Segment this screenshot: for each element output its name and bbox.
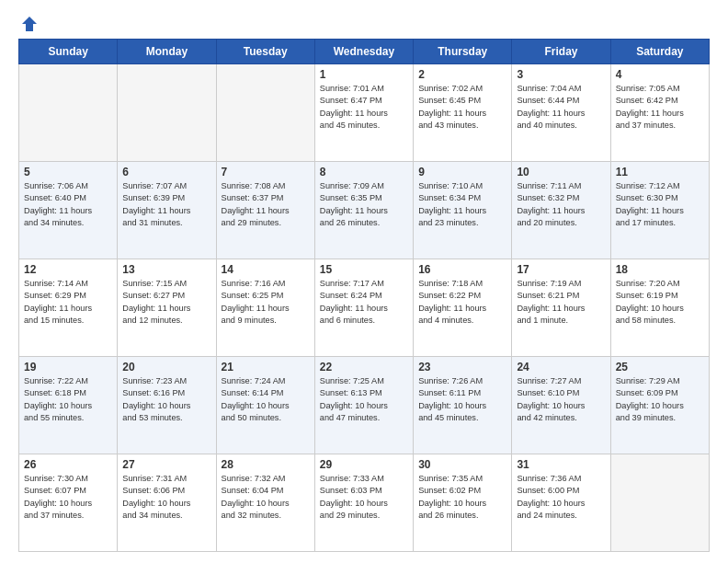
calendar-cell: 8Sunrise: 7:09 AM Sunset: 6:35 PM Daylig…	[314, 162, 413, 259]
day-info: Sunrise: 7:15 AM Sunset: 6:27 PM Dayligh…	[122, 278, 210, 327]
day-number: 16	[418, 263, 506, 276]
calendar-week-3: 12Sunrise: 7:14 AM Sunset: 6:29 PM Dayli…	[19, 259, 710, 357]
calendar-cell: 26Sunrise: 7:30 AM Sunset: 6:07 PM Dayli…	[19, 454, 118, 552]
day-info: Sunrise: 7:33 AM Sunset: 6:03 PM Dayligh…	[320, 473, 408, 522]
day-info: Sunrise: 7:27 AM Sunset: 6:10 PM Dayligh…	[517, 375, 605, 424]
day-info: Sunrise: 7:23 AM Sunset: 6:16 PM Dayligh…	[122, 375, 210, 424]
day-number: 8	[320, 166, 408, 178]
day-number: 23	[418, 361, 506, 373]
calendar-cell: 16Sunrise: 7:18 AM Sunset: 6:22 PM Dayli…	[414, 259, 512, 357]
day-info: Sunrise: 7:36 AM Sunset: 6:00 PM Dayligh…	[517, 473, 605, 522]
calendar-cell: 10Sunrise: 7:11 AM Sunset: 6:32 PM Dayli…	[512, 162, 610, 259]
day-number: 20	[122, 361, 210, 373]
calendar-cell: 12Sunrise: 7:14 AM Sunset: 6:29 PM Dayli…	[19, 259, 118, 357]
day-number: 26	[24, 458, 112, 471]
day-number: 10	[517, 166, 605, 178]
logo-icon	[20, 15, 39, 33]
day-info: Sunrise: 7:31 AM Sunset: 6:06 PM Dayligh…	[122, 473, 210, 522]
day-info: Sunrise: 7:10 AM Sunset: 6:34 PM Dayligh…	[418, 180, 506, 229]
day-info: Sunrise: 7:16 AM Sunset: 6:25 PM Dayligh…	[222, 278, 310, 327]
day-info: Sunrise: 7:20 AM Sunset: 6:19 PM Dayligh…	[616, 278, 704, 327]
calendar-week-1: 1Sunrise: 7:01 AM Sunset: 6:47 PM Daylig…	[19, 64, 710, 162]
day-info: Sunrise: 7:04 AM Sunset: 6:44 PM Dayligh…	[517, 83, 605, 132]
day-number: 11	[616, 166, 704, 178]
calendar-cell: 3Sunrise: 7:04 AM Sunset: 6:44 PM Daylig…	[512, 64, 610, 162]
weekday-header-row: SundayMondayTuesdayWednesdayThursdayFrid…	[19, 40, 710, 64]
calendar-table: SundayMondayTuesdayWednesdayThursdayFrid…	[18, 39, 710, 552]
calendar-cell	[118, 64, 216, 162]
day-info: Sunrise: 7:32 AM Sunset: 6:04 PM Dayligh…	[222, 473, 310, 522]
weekday-header-friday: Friday	[512, 40, 610, 64]
day-number: 24	[517, 361, 605, 373]
calendar-cell: 13Sunrise: 7:15 AM Sunset: 6:27 PM Dayli…	[118, 259, 216, 357]
calendar-cell: 15Sunrise: 7:17 AM Sunset: 6:24 PM Dayli…	[314, 259, 413, 357]
day-number: 31	[517, 458, 605, 471]
weekday-header-sunday: Sunday	[19, 40, 118, 64]
day-info: Sunrise: 7:25 AM Sunset: 6:13 PM Dayligh…	[320, 375, 408, 424]
day-number: 30	[418, 458, 506, 471]
calendar-cell: 31Sunrise: 7:36 AM Sunset: 6:00 PM Dayli…	[512, 454, 610, 552]
calendar-cell: 27Sunrise: 7:31 AM Sunset: 6:06 PM Dayli…	[118, 454, 216, 552]
logo	[18, 15, 39, 29]
weekday-header-monday: Monday	[118, 40, 216, 64]
calendar-cell: 30Sunrise: 7:35 AM Sunset: 6:02 PM Dayli…	[414, 454, 512, 552]
calendar-cell: 11Sunrise: 7:12 AM Sunset: 6:30 PM Dayli…	[610, 162, 709, 259]
day-number: 2	[418, 68, 506, 81]
calendar-cell: 28Sunrise: 7:32 AM Sunset: 6:04 PM Dayli…	[216, 454, 314, 552]
day-info: Sunrise: 7:17 AM Sunset: 6:24 PM Dayligh…	[320, 278, 408, 327]
calendar-cell: 5Sunrise: 7:06 AM Sunset: 6:40 PM Daylig…	[19, 162, 118, 259]
svg-marker-0	[22, 17, 37, 31]
calendar-cell: 23Sunrise: 7:26 AM Sunset: 6:11 PM Dayli…	[414, 357, 512, 454]
day-info: Sunrise: 7:12 AM Sunset: 6:30 PM Dayligh…	[616, 180, 704, 229]
weekday-header-wednesday: Wednesday	[314, 40, 413, 64]
day-number: 22	[320, 361, 408, 373]
calendar-cell: 6Sunrise: 7:07 AM Sunset: 6:39 PM Daylig…	[118, 162, 216, 259]
day-number: 14	[222, 263, 310, 276]
day-number: 21	[222, 361, 310, 373]
day-number: 4	[616, 68, 704, 81]
day-number: 18	[616, 263, 704, 276]
day-info: Sunrise: 7:06 AM Sunset: 6:40 PM Dayligh…	[24, 180, 112, 229]
calendar-week-4: 19Sunrise: 7:22 AM Sunset: 6:18 PM Dayli…	[19, 357, 710, 454]
day-info: Sunrise: 7:01 AM Sunset: 6:47 PM Dayligh…	[320, 83, 408, 132]
day-number: 27	[122, 458, 210, 471]
calendar-cell: 21Sunrise: 7:24 AM Sunset: 6:14 PM Dayli…	[216, 357, 314, 454]
day-info: Sunrise: 7:30 AM Sunset: 6:07 PM Dayligh…	[24, 473, 112, 522]
calendar-cell: 14Sunrise: 7:16 AM Sunset: 6:25 PM Dayli…	[216, 259, 314, 357]
calendar-cell: 9Sunrise: 7:10 AM Sunset: 6:34 PM Daylig…	[414, 162, 512, 259]
day-number: 28	[222, 458, 310, 471]
calendar-cell	[216, 64, 314, 162]
calendar-week-2: 5Sunrise: 7:06 AM Sunset: 6:40 PM Daylig…	[19, 162, 710, 259]
weekday-header-tuesday: Tuesday	[216, 40, 314, 64]
day-number: 6	[122, 166, 210, 178]
calendar-cell: 25Sunrise: 7:29 AM Sunset: 6:09 PM Dayli…	[610, 357, 709, 454]
day-number: 3	[517, 68, 605, 81]
day-number: 25	[616, 361, 704, 373]
calendar-cell: 20Sunrise: 7:23 AM Sunset: 6:16 PM Dayli…	[118, 357, 216, 454]
calendar-page: SundayMondayTuesdayWednesdayThursdayFrid…	[0, 0, 728, 563]
weekday-header-saturday: Saturday	[610, 40, 709, 64]
day-number: 7	[222, 166, 310, 178]
calendar-cell: 19Sunrise: 7:22 AM Sunset: 6:18 PM Dayli…	[19, 357, 118, 454]
day-number: 19	[24, 361, 112, 373]
calendar-cell: 22Sunrise: 7:25 AM Sunset: 6:13 PM Dayli…	[314, 357, 413, 454]
day-number: 13	[122, 263, 210, 276]
page-header	[18, 15, 710, 29]
calendar-cell	[19, 64, 118, 162]
calendar-cell: 29Sunrise: 7:33 AM Sunset: 6:03 PM Dayli…	[314, 454, 413, 552]
day-number: 1	[320, 68, 408, 81]
day-info: Sunrise: 7:05 AM Sunset: 6:42 PM Dayligh…	[616, 83, 704, 132]
day-info: Sunrise: 7:11 AM Sunset: 6:32 PM Dayligh…	[517, 180, 605, 229]
day-number: 5	[24, 166, 112, 178]
day-info: Sunrise: 7:07 AM Sunset: 6:39 PM Dayligh…	[122, 180, 210, 229]
day-info: Sunrise: 7:18 AM Sunset: 6:22 PM Dayligh…	[418, 278, 506, 327]
day-info: Sunrise: 7:08 AM Sunset: 6:37 PM Dayligh…	[222, 180, 310, 229]
calendar-cell	[610, 454, 709, 552]
day-info: Sunrise: 7:26 AM Sunset: 6:11 PM Dayligh…	[418, 375, 506, 424]
day-info: Sunrise: 7:02 AM Sunset: 6:45 PM Dayligh…	[418, 83, 506, 132]
calendar-week-5: 26Sunrise: 7:30 AM Sunset: 6:07 PM Dayli…	[19, 454, 710, 552]
day-info: Sunrise: 7:14 AM Sunset: 6:29 PM Dayligh…	[24, 278, 112, 327]
weekday-header-thursday: Thursday	[414, 40, 512, 64]
calendar-cell: 17Sunrise: 7:19 AM Sunset: 6:21 PM Dayli…	[512, 259, 610, 357]
calendar-cell: 2Sunrise: 7:02 AM Sunset: 6:45 PM Daylig…	[414, 64, 512, 162]
